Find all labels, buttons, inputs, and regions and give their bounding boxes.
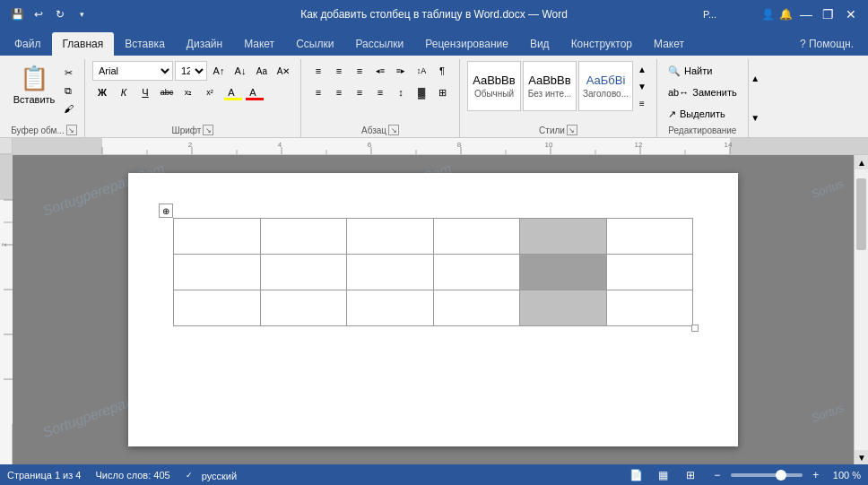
change-case-button[interactable]: Аа (252, 61, 272, 81)
tab-insert[interactable]: Вставка (114, 32, 176, 56)
font-color-button[interactable]: А (243, 82, 263, 102)
scroll-thumb[interactable] (856, 178, 866, 250)
tab-mailings[interactable]: Рассылки (344, 32, 414, 56)
tab-layout[interactable]: Макет (233, 32, 285, 56)
ribbon-scroll-up[interactable]: ▲ (749, 59, 762, 99)
tab-help[interactable]: ? Помощн. (789, 32, 864, 56)
tab-layout2[interactable]: Макет (643, 32, 695, 56)
shrink-font-button[interactable]: A↓ (230, 61, 250, 81)
show-marks-button[interactable]: ¶ (432, 61, 452, 81)
bullets-button[interactable]: ≡ (308, 61, 328, 81)
zoom-in-button[interactable]: + (806, 465, 826, 485)
table-cell[interactable] (606, 290, 693, 326)
align-right-button[interactable]: ≡ (350, 82, 369, 102)
tab-file[interactable]: Файл (4, 32, 52, 56)
numbering-button[interactable]: ≡ (329, 61, 349, 81)
print-layout-button[interactable]: ▦ (654, 465, 673, 485)
ribbon-scroll-down[interactable]: ▼ (749, 99, 762, 138)
table-cell[interactable] (347, 219, 434, 255)
table-cell[interactable] (347, 255, 434, 290)
table-cell-highlighted[interactable] (520, 290, 607, 326)
styles-expand[interactable]: ≡ (635, 95, 649, 111)
table-cell-highlighted-dark[interactable] (520, 255, 607, 290)
language-indicator[interactable]: ✓ русский (185, 469, 238, 481)
undo-button[interactable]: ↩ (29, 4, 48, 24)
shading-button[interactable]: ▓ (412, 82, 431, 102)
bold-button[interactable]: Ж (92, 82, 112, 102)
style-no-spacing[interactable]: AaBbВв Без инте... (523, 61, 577, 111)
paste-button[interactable]: 📋 Вставить (11, 61, 57, 108)
styles-scroll-down[interactable]: ▼ (635, 78, 649, 94)
borders-button[interactable]: ⊞ (432, 82, 452, 102)
table-cell[interactable] (433, 290, 520, 326)
tab-references[interactable]: Ссылки (285, 32, 344, 56)
style-normal[interactable]: AaBbВв Обычный (467, 61, 521, 111)
zoom-track[interactable] (731, 473, 803, 477)
format-painter-button[interactable]: 🖌 (59, 100, 77, 117)
minimize-button[interactable]: — (796, 2, 817, 27)
tab-view[interactable]: Вид (519, 32, 560, 56)
qat-customize-button[interactable]: ▾ (72, 4, 91, 24)
text-highlight-button[interactable]: А (221, 82, 241, 102)
restore-button[interactable]: ❐ (818, 2, 838, 27)
clipboard-expand[interactable]: ↘ (66, 125, 77, 135)
web-layout-button[interactable]: ⊞ (681, 465, 700, 485)
scroll-up-button[interactable]: ▲ (855, 155, 868, 169)
document-table[interactable] (173, 218, 693, 326)
italic-button[interactable]: К (114, 82, 134, 102)
styles-scroll-up[interactable]: ▲ (635, 61, 649, 77)
align-center-button[interactable]: ≡ (329, 82, 349, 102)
tab-home[interactable]: Главная (52, 32, 115, 56)
table-move-handle[interactable]: ⊕ (159, 204, 173, 218)
table-cell[interactable] (433, 255, 520, 290)
save-button[interactable]: 💾 (7, 4, 27, 24)
font-expand[interactable]: ↘ (203, 125, 213, 135)
cut-button[interactable]: ✂ (59, 65, 77, 81)
select-button[interactable]: ↗ Выделить (664, 104, 741, 124)
paragraph-expand[interactable]: ↘ (388, 125, 399, 135)
decrease-indent-button[interactable]: ◂≡ (370, 61, 390, 81)
table-cell[interactable] (260, 255, 347, 290)
ruler-corner[interactable] (0, 138, 13, 154)
table-cell[interactable] (606, 255, 693, 290)
search-titlebar-button[interactable]: P... (699, 4, 759, 24)
share-button[interactable]: 🔔 (778, 4, 794, 24)
font-name-select[interactable]: Arial (92, 61, 173, 81)
table-cell[interactable] (260, 290, 347, 326)
table-cell-highlighted[interactable] (520, 219, 607, 255)
scroll-down-button[interactable]: ▼ (855, 450, 868, 464)
tab-constructor[interactable]: Конструктор (560, 32, 643, 56)
read-mode-button[interactable]: 📄 (627, 465, 647, 485)
table-cell[interactable] (174, 290, 261, 326)
styles-expand-btn[interactable]: ↘ (567, 125, 577, 135)
underline-button[interactable]: Ч (135, 82, 155, 102)
subscript-button[interactable]: x₂ (178, 82, 198, 102)
clear-format-button[interactable]: A✕ (273, 61, 293, 81)
find-button[interactable]: 🔍 Найти (664, 61, 741, 81)
redo-button[interactable]: ↻ (50, 4, 70, 24)
document-area[interactable]: Sortugperepair.Com Sortugperepair.Com So… (13, 155, 854, 464)
line-spacing-button[interactable]: ↕ (391, 82, 411, 102)
tab-design[interactable]: Дизайн (176, 32, 233, 56)
close-button[interactable]: ✕ (840, 2, 861, 27)
align-left-button[interactable]: ≡ (308, 82, 328, 102)
font-size-select[interactable]: 12 (175, 61, 207, 81)
increase-indent-button[interactable]: ≡▸ (391, 61, 411, 81)
table-cell[interactable] (347, 290, 434, 326)
table-cell[interactable] (174, 219, 261, 255)
zoom-out-button[interactable]: − (707, 465, 727, 485)
sort-button[interactable]: ↕А (412, 61, 431, 81)
table-resize-handle[interactable] (691, 325, 699, 332)
table-cell[interactable] (174, 255, 261, 290)
tab-review[interactable]: Рецензирование (414, 32, 519, 56)
scroll-track[interactable] (855, 169, 868, 450)
grow-font-button[interactable]: A↑ (209, 61, 229, 81)
style-heading1[interactable]: АаБбВi Заголово... (578, 61, 633, 111)
copy-button[interactable]: ⧉ (59, 82, 77, 99)
table-cell[interactable] (606, 219, 693, 255)
superscript-button[interactable]: x² (200, 82, 220, 102)
multilevel-button[interactable]: ≡ (350, 61, 369, 81)
justify-button[interactable]: ≡ (370, 82, 390, 102)
table-cell[interactable] (260, 219, 347, 255)
table-cell[interactable] (433, 219, 520, 255)
